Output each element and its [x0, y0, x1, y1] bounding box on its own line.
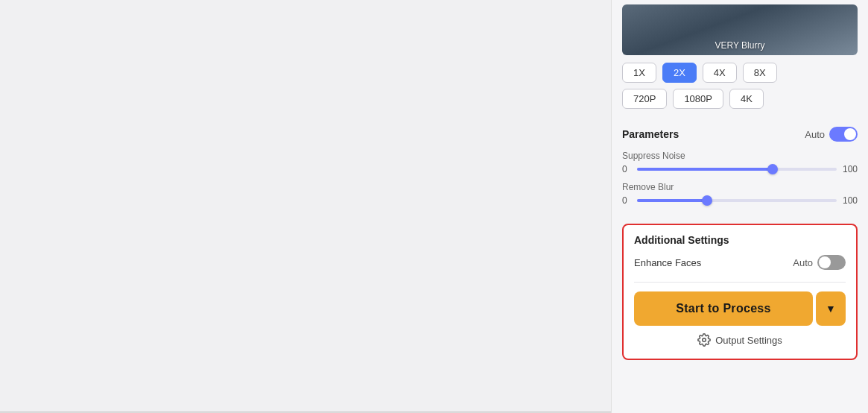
process-dropdown-button[interactable]: ▼ — [816, 291, 846, 326]
remove-blur-row: Remove Blur 0 100 — [622, 182, 858, 206]
params-auto-toggle[interactable] — [829, 127, 858, 142]
suppress-noise-row: Suppress Noise 0 100 — [622, 151, 858, 174]
svg-point-0 — [703, 338, 706, 342]
suppress-noise-min: 0 — [622, 164, 631, 174]
suppress-noise-track: 0 100 — [622, 164, 858, 174]
remove-blur-bg — [637, 199, 837, 202]
remove-blur-min: 0 — [622, 195, 631, 206]
enhance-faces-toggle-wrap: Auto — [793, 255, 846, 270]
output-settings-row[interactable]: Output Settings — [634, 333, 846, 350]
scale-btn-1x[interactable]: 1X — [622, 63, 656, 83]
enhance-faces-label: Enhance Faces — [634, 257, 701, 268]
process-button-row: Start to Process ▼ — [634, 291, 846, 326]
scale-row-1: 1X 2X 4X 8X — [622, 63, 858, 83]
scale-btn-1080p[interactable]: 1080P — [673, 89, 723, 109]
image-preview: VERY Blurry — [622, 4, 858, 55]
params-auto-label: Auto — [805, 129, 825, 140]
params-title: Parameters — [622, 128, 679, 140]
remove-blur-max: 100 — [843, 195, 858, 206]
left-panel — [0, 0, 611, 413]
enhance-faces-toggle[interactable] — [817, 255, 846, 270]
suppress-noise-slider[interactable] — [637, 168, 837, 171]
additional-settings-title: Additional Settings — [634, 234, 846, 246]
suppress-noise-fill — [637, 168, 773, 171]
scale-row-2: 720P 1080P 4K — [622, 89, 858, 109]
image-thumbnail: VERY Blurry — [622, 4, 858, 55]
remove-blur-fill — [637, 199, 707, 202]
params-auto-toggle-wrap: Auto — [805, 127, 858, 142]
suppress-noise-max: 100 — [843, 164, 858, 174]
additional-settings-section: Additional Settings Enhance Faces Auto S… — [622, 224, 858, 360]
remove-blur-thumb[interactable] — [702, 195, 712, 206]
remove-blur-label: Remove Blur — [622, 182, 858, 192]
right-panel: VERY Blurry 1X 2X 4X 8X 720P 1080P 4K Pa… — [611, 0, 868, 413]
scale-btn-720p[interactable]: 720P — [622, 89, 667, 109]
start-process-button[interactable]: Start to Process — [634, 291, 813, 326]
gear-icon — [697, 333, 711, 347]
parameters-section: Parameters Auto Suppress Noise 0 100 — [612, 121, 868, 221]
output-settings-label: Output Settings — [715, 335, 782, 346]
enhance-faces-row: Enhance Faces Auto — [634, 255, 846, 270]
chevron-down-icon: ▼ — [826, 303, 836, 315]
scale-btn-8x[interactable]: 8X — [743, 63, 777, 83]
process-divider — [634, 282, 846, 283]
scale-btn-4k[interactable]: 4K — [729, 89, 764, 109]
suppress-noise-bg — [637, 168, 837, 171]
scale-btn-2x[interactable]: 2X — [662, 63, 697, 83]
scale-section: 1X 2X 4X 8X 720P 1080P 4K — [612, 63, 868, 121]
remove-blur-track: 0 100 — [622, 195, 858, 206]
suppress-noise-label: Suppress Noise — [622, 151, 858, 161]
left-panel-divider — [0, 412, 611, 412]
scale-btn-4x[interactable]: 4X — [703, 63, 737, 83]
suppress-noise-thumb[interactable] — [767, 164, 778, 174]
enhance-faces-auto-label: Auto — [793, 257, 813, 268]
remove-blur-slider[interactable] — [637, 199, 837, 202]
params-header: Parameters Auto — [622, 127, 858, 142]
image-label: VERY Blurry — [715, 40, 765, 51]
